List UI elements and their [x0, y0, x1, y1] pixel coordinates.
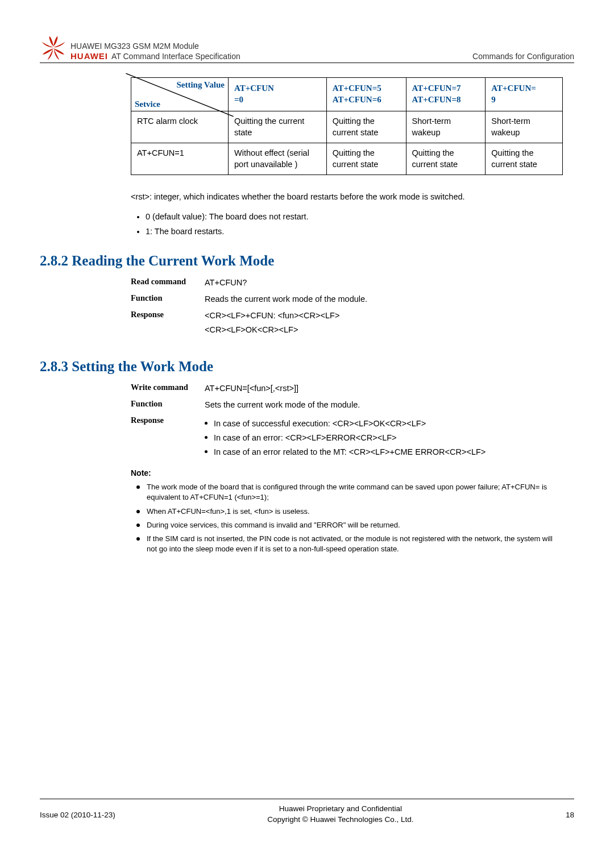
brand-name: HUAWEI	[70, 51, 108, 61]
col-header: AT+CFUN=5 AT+CFUN=6	[326, 78, 406, 111]
list-item: 0 (default value): The board does not re…	[146, 211, 563, 222]
huawei-logo-icon	[40, 34, 67, 61]
list-item: During voice services, this command is i…	[136, 520, 563, 530]
list-item: 1: The board restarts.	[146, 226, 563, 237]
section-heading-282: 2.8.2 Reading the Current Work Mode	[40, 253, 574, 269]
kv-response: Response In case of successful execution…	[131, 416, 563, 460]
notes-list: The work mode of the board that is confi…	[136, 482, 563, 554]
header-left: HUAWEI MG323 GSM M2M Module HUAWEI AT Co…	[40, 34, 240, 61]
list-item: The work mode of the board that is confi…	[136, 482, 563, 502]
table-row: AT+CFUN=1 Without effect (serial port un…	[131, 143, 563, 175]
list-item: When AT+CFUN=<fun>,1 is set, <fun> is us…	[136, 506, 563, 517]
list-item: In case of an error: <CR><LF>ERROR<CR><L…	[205, 432, 486, 444]
list-item: In case of an error related to the MT: <…	[205, 446, 486, 458]
header-right: Commands for Configuration	[472, 52, 574, 61]
footer-left: Issue 02 (2010-11-23)	[40, 811, 115, 819]
list-item: In case of successful execution: <CR><LF…	[205, 418, 486, 430]
col-header: AT+CFUN =0	[229, 78, 327, 111]
brand-block: HUAWEI MG323 GSM M2M Module HUAWEI AT Co…	[70, 41, 240, 61]
list-item: If the SIM card is not inserted, the PIN…	[136, 534, 563, 554]
page-footer: Issue 02 (2010-11-23) Huawei Proprietary…	[40, 799, 574, 825]
product-name: HUAWEI MG323 GSM M2M Module	[70, 41, 240, 51]
settings-table: Setting Value Setvice AT+CFUN =0 AT+CFUN…	[131, 77, 563, 175]
kv-function: Function Reads the current work mode of …	[131, 293, 563, 305]
footer-page-number: 18	[566, 811, 574, 819]
footer-middle: Huawei Proprietary and Confidential Copy…	[267, 804, 413, 825]
rst-paragraph: <rst>: integer, which indicates whether …	[131, 191, 563, 202]
col-header: AT+CFUN= 9	[486, 78, 563, 111]
kv-read-command: Read command AT+CFUN?	[131, 277, 563, 289]
note-label: Note:	[131, 468, 563, 477]
table-row: RTC alarm clock Quitting the current sta…	[131, 111, 563, 143]
kv-function: Function Sets the current work mode of t…	[131, 399, 563, 411]
kv-response: Response <CR><LF>+CFUN: <fun><CR><LF> <C…	[131, 310, 563, 336]
header-service: Setvice	[135, 98, 160, 110]
section-heading-283: 2.8.3 Setting the Work Mode	[40, 359, 574, 375]
kv-write-command: Write command AT+CFUN=[<fun>[,<rst>]]	[131, 383, 563, 394]
page-header: HUAWEI MG323 GSM M2M Module HUAWEI AT Co…	[40, 34, 574, 63]
header-setting-value: Setting Value	[176, 79, 225, 90]
doc-subtitle: AT Command Interface Specification	[111, 52, 240, 61]
diagonal-header-cell: Setting Value Setvice	[131, 78, 228, 111]
col-header: AT+CFUN=7 AT+CFUN=8	[406, 78, 486, 111]
rst-bullet-list: 0 (default value): The board does not re…	[146, 211, 563, 238]
